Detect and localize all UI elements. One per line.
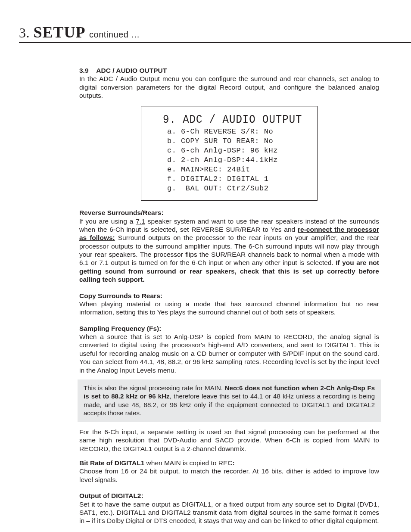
header-rule [19,42,411,43]
menu-screenshot: 9. ADC / AUDIO OUTPUT a. 6-Ch REVERSE S/… [141,106,318,201]
section-number: 3.9 [79,67,89,74]
note-text: This is also the signal processing rate … [84,384,225,392]
paragraph-fs-after: For the 6-Ch input, a separate setting i… [79,428,379,453]
subheading-digital2: Output of DIGITAL2: [79,492,379,500]
note-box: This is also the signal processing rate … [78,380,381,422]
bitrate-heading-rest: when MAIN is copied to REC [144,459,232,467]
menu-row: a. 6-Ch REVERSE S/R: No [167,127,307,137]
paragraph-reverse: If you are using a 7.1 speaker system an… [79,217,379,284]
menu-row: f. DIGITAL2: DIGITAL 1 [167,174,307,184]
header-section-number: 3. [19,25,30,40]
text: Surround outputs on the processor to the… [79,234,379,266]
menu-row: d. 2-ch Anlg-DSP:44.1kHz [167,156,307,165]
menu-title: 9. ADC / AUDIO OUTPUT [163,112,307,128]
bitrate-heading-bold: Bit Rate of DIGITAL1 [79,459,144,467]
content-column: 3.9 ADC / AUDIO OUTPUT In the ADC / Audi… [79,66,379,532]
paragraph-bitrate: Choose from 16 or 24 bit output, to matc… [79,467,379,484]
page-header: 3. SETUP continued … [19,23,383,43]
bitrate-colon: : [232,459,234,467]
menu-row: g. BAL OUT: Ctr2/Sub2 [167,184,307,193]
menu-row: e. MAIN>REC: 24Bit [167,165,307,174]
section-heading: ADC / AUDIO OUTPUT [96,67,167,74]
header-continued: continued … [89,30,140,39]
page: 3. SETUP continued … 3.9 ADC / AUDIO OUT… [0,0,411,532]
subheading-fs: Sampling Frequency (Fs): [79,324,379,333]
menu-row: b. COPY SUR TO REAR: No [167,137,307,146]
header-section-word: SETUP [34,24,86,41]
paragraph-copy: When playing material or using a mode th… [79,300,379,317]
subheading-reverse: Reverse Surrounds/Rears: [79,208,379,217]
paragraph-digital2: Set it to have the same output as DIGITA… [79,500,379,525]
subheading-copy: Copy Surrounds to Rears: [79,292,379,300]
header-title: 3. SETUP continued … [19,23,383,41]
text-underline: 7.1 [136,218,145,225]
subheading-bitrate: Bit Rate of DIGITAL1 when MAIN is copied… [79,459,379,467]
text: If you are using a [79,218,136,225]
paragraph-fs: When a source that is set to Anlg-DSP is… [79,333,379,374]
menu-row: c. 6-ch Anlg-DSP: 96 kHz [167,146,307,156]
section-title: 3.9 ADC / AUDIO OUTPUT [79,66,379,75]
section-intro: In the ADC / Audio Output menu you can c… [79,75,379,100]
